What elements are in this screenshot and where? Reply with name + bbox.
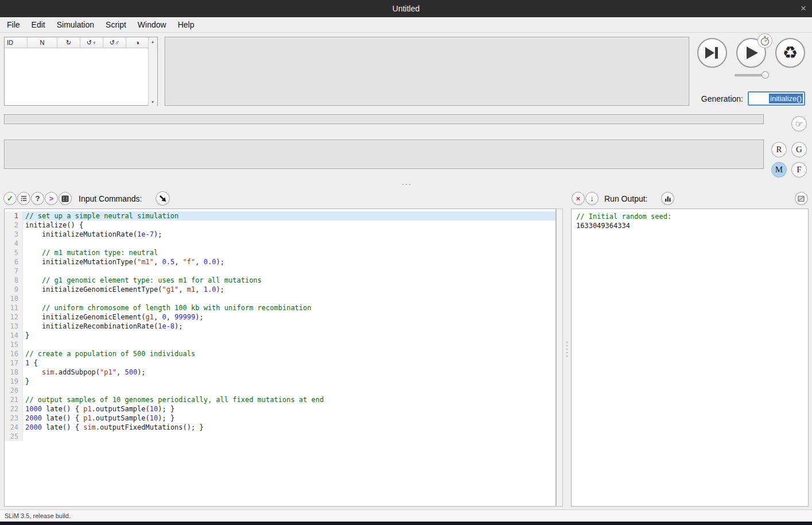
line-number: 21 — [5, 395, 23, 404]
subpopulation-table-body[interactable] — [5, 48, 157, 105]
show-console-button[interactable]: > — [45, 192, 58, 205]
profile-button[interactable] — [757, 33, 772, 48]
line-code: } — [23, 377, 555, 386]
line-code: initializeRecombinationRate(1e-8); — [23, 322, 555, 331]
bar-chart-icon — [665, 195, 671, 202]
dump-population-button[interactable]: ↓ — [585, 192, 599, 205]
generation-value: initialize() — [769, 94, 803, 103]
execute-arrow-button[interactable] — [156, 191, 170, 206]
toggle-genomic-elements-button[interactable]: G — [791, 142, 807, 157]
arrow-down-right-icon — [159, 195, 166, 202]
output-line: // Initial random seed: — [576, 212, 808, 221]
editor-line[interactable]: 3 initializeMutationRate(1e-7); — [5, 230, 555, 239]
prettyprint-button[interactable] — [17, 192, 30, 205]
editor-line[interactable]: 21// output samples of 10 genomes period… — [5, 395, 555, 404]
run-output-area[interactable]: // Initial random seed:1633049364334 — [571, 209, 809, 507]
line-number: 6 — [5, 257, 23, 267]
menu-window[interactable]: Window — [132, 18, 172, 31]
editor-line[interactable]: 19} — [5, 377, 555, 386]
menu-edit[interactable]: Edit — [26, 18, 51, 31]
subpopulation-table-header: IDN↻↺♀↺♂◑ — [5, 37, 157, 48]
show-browser-button[interactable] — [59, 192, 72, 205]
menu-help[interactable]: Help — [172, 18, 200, 31]
window-icon — [798, 195, 805, 202]
line-number: 24 — [5, 423, 23, 432]
editor-line[interactable]: 25 — [5, 432, 555, 441]
show-selection-button[interactable]: ☞ — [791, 116, 807, 132]
recycle-button[interactable]: ♻ — [775, 38, 805, 68]
clear-output-button[interactable]: × — [572, 192, 585, 205]
editor-line[interactable]: 20 — [5, 386, 555, 395]
editor-line[interactable]: 9 initializeGenomicElementType("g1", m1,… — [5, 285, 555, 294]
status-text: SLiM 3.5, release build. — [5, 512, 71, 519]
script-editor[interactable]: 1// set up a simple neutral simulation2i… — [4, 209, 556, 507]
line-number: 8 — [5, 276, 23, 285]
menu-script[interactable]: Script — [100, 18, 132, 31]
line-number: 15 — [5, 340, 23, 349]
line-number: 17 — [5, 358, 23, 368]
generation-input[interactable]: initialize() — [748, 91, 805, 106]
step-button[interactable] — [697, 38, 727, 68]
line-number: 23 — [5, 414, 23, 423]
editor-line[interactable]: 4 — [5, 239, 555, 248]
help-icon: ? — [36, 195, 40, 202]
chromosome-zoomed-view[interactable] — [4, 140, 764, 169]
scroll-down-icon[interactable]: ▼ — [151, 98, 155, 106]
speed-slider-handle[interactable] — [762, 71, 769, 79]
line-number: 22 — [5, 404, 23, 414]
editor-line[interactable]: 2initialize() { — [5, 221, 555, 230]
script-help-button[interactable]: ? — [31, 192, 44, 205]
editor-line[interactable]: 6 initializeMutationType("m1", 0.5, "f",… — [5, 257, 555, 267]
editor-line[interactable]: 7 — [5, 267, 555, 276]
toggle-mutations-button[interactable]: M — [771, 162, 787, 177]
check-script-button[interactable]: ✓ — [3, 192, 17, 205]
line-number: 7 — [5, 267, 23, 276]
editor-line[interactable]: 1// set up a simple neutral simulation — [5, 211, 555, 221]
script-editor-scrollbar[interactable] — [556, 209, 563, 507]
editor-line[interactable]: 221000 late() { p1.outputSample(10); } — [5, 404, 555, 414]
toggle-fixed-substitutions-button[interactable]: F — [791, 162, 807, 177]
column-header-5: ◑ — [126, 37, 149, 48]
line-code — [23, 239, 555, 248]
chromosome-overview[interactable] — [4, 114, 764, 124]
line-code: initializeGenomicElement(g1, 0, 99999); — [23, 312, 555, 322]
pointing-hand-icon: ☞ — [795, 119, 803, 129]
close-icon[interactable]: × — [801, 3, 806, 14]
graph-popup-button[interactable] — [661, 192, 674, 205]
line-code: // uniform chromosome of length 100 kb w… — [23, 303, 555, 312]
generation-label: Generation: — [677, 94, 743, 103]
line-code: // m1 mutation type: neutral — [23, 248, 555, 257]
editor-line[interactable]: 171 { — [5, 358, 555, 368]
editor-line[interactable]: 8 // g1 genomic element type: uses m1 fo… — [5, 276, 555, 285]
editor-line[interactable]: 5 // m1 mutation type: neutral — [5, 248, 555, 257]
editor-line[interactable]: 16// create a population of 500 individu… — [5, 349, 555, 358]
line-code: } — [23, 331, 555, 340]
editor-line[interactable]: 14} — [5, 331, 555, 340]
editor-line[interactable]: 15 — [5, 340, 555, 349]
editor-line[interactable]: 12 initializeGenomicElement(g1, 0, 99999… — [5, 312, 555, 322]
menu-simulation[interactable]: Simulation — [51, 18, 100, 31]
column-header-4: ↺♂ — [103, 37, 126, 48]
line-number: 19 — [5, 377, 23, 386]
editor-line[interactable]: 11 // uniform chromosome of length 100 k… — [5, 303, 555, 312]
menu-file[interactable]: File — [1, 18, 26, 31]
editor-line[interactable]: 18 sim.addSubpop("p1", 500); — [5, 368, 555, 377]
editor-line[interactable]: 10 — [5, 294, 555, 303]
editor-line[interactable]: 13 initializeRecombinationRate(1e-8); — [5, 322, 555, 331]
line-number: 16 — [5, 349, 23, 358]
editor-line[interactable]: 232000 late() { p1.outputSample(10); } — [5, 414, 555, 423]
line-number: 12 — [5, 312, 23, 322]
horizontal-splitter[interactable] — [396, 182, 417, 187]
editor-line[interactable]: 242000 late() { sim.outputFixedMutations… — [5, 423, 555, 432]
output-window-button[interactable] — [795, 192, 808, 205]
subpopulation-table-scrollbar[interactable]: ▲ ▼ — [148, 38, 157, 106]
line-number: 2 — [5, 221, 23, 230]
toggle-recombination-button[interactable]: R — [771, 142, 787, 157]
toggle-mutations-label: M — [775, 165, 783, 175]
scroll-up-icon[interactable]: ▲ — [151, 38, 155, 45]
bottom-strip — [0, 522, 812, 525]
vertical-splitter[interactable] — [565, 339, 569, 360]
recycle-icon: ♻ — [783, 44, 798, 61]
line-number: 4 — [5, 239, 23, 248]
line-code: 2000 late() { sim.outputFixedMutations()… — [23, 423, 555, 432]
